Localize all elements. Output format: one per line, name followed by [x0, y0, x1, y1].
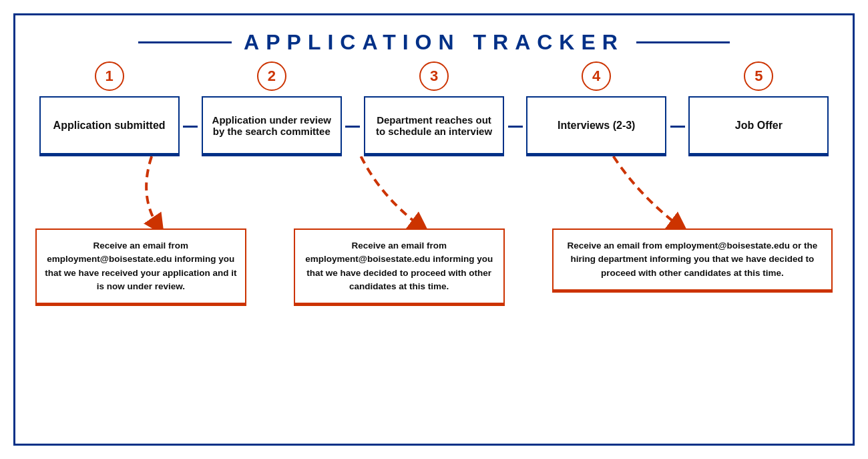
step-4-box: Interviews (2-3) — [526, 96, 666, 156]
info-box-1: Receive an email from employment@boisest… — [35, 228, 246, 306]
bottom-section: Receive an email from employment@boisest… — [35, 156, 833, 317]
title-row: APPLICATION TRACKER — [15, 30, 853, 55]
step-1-box: Application submitted — [39, 96, 180, 156]
step-3-number: 3 — [419, 61, 449, 91]
step-4-number: 4 — [582, 61, 611, 91]
connector-1-2 — [183, 126, 198, 128]
step-3-box: Department reaches out to schedule an in… — [364, 96, 504, 156]
info-boxes-row: Receive an email from employment@boisest… — [35, 228, 833, 306]
step-5: 5 Job Offer — [685, 61, 833, 156]
title-line-right — [636, 41, 730, 43]
step-2-box: Application under review by the search c… — [202, 96, 342, 156]
step-5-box: Job Offer — [688, 96, 829, 156]
title-line-left — [138, 41, 232, 43]
connector-3-4 — [508, 126, 523, 128]
info-box-3: Receive an email from employment@boisest… — [552, 228, 833, 293]
step-1: 1 Application submitted — [35, 61, 183, 156]
arrows-svg — [35, 156, 833, 237]
step-2: 2 Application under review by the search… — [198, 61, 345, 156]
step-2-number: 2 — [257, 61, 286, 91]
main-container: APPLICATION TRACKER 1 Application submit… — [13, 13, 855, 446]
step-4: 4 Interviews (2-3) — [523, 61, 670, 156]
info-box-2: Receive an email from employment@boisest… — [294, 228, 505, 306]
step-3: 3 Department reaches out to schedule an … — [360, 61, 507, 156]
connector-2-3 — [345, 126, 360, 128]
connector-4-5 — [670, 126, 685, 128]
steps-row: 1 Application submitted 2 Application un… — [35, 61, 833, 156]
step-1-number: 1 — [95, 61, 124, 91]
step-5-number: 5 — [744, 61, 773, 91]
page-title: APPLICATION TRACKER — [244, 30, 624, 55]
